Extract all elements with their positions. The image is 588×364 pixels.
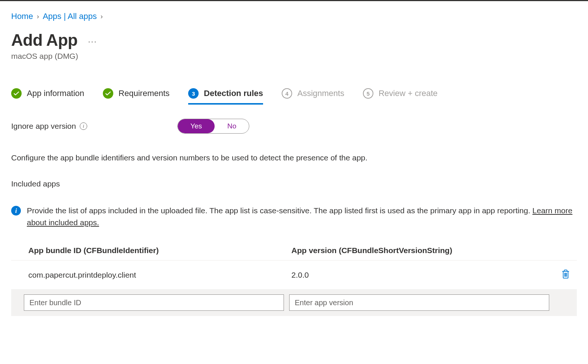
included-apps-table: App bundle ID (CFBundleIdentifier) App v… bbox=[11, 246, 577, 316]
app-version-input[interactable] bbox=[289, 294, 549, 311]
chevron-right-icon: › bbox=[101, 13, 103, 20]
info-banner: i Provide the list of apps included in t… bbox=[11, 205, 577, 228]
tab-requirements[interactable]: Requirements bbox=[103, 88, 170, 103]
step-number-icon: 4 bbox=[282, 88, 292, 99]
step-number-icon: 3 bbox=[188, 88, 199, 99]
toggle-no[interactable]: No bbox=[215, 119, 249, 133]
wizard-tabs: App information Requirements 3 Detection… bbox=[11, 87, 577, 104]
check-icon bbox=[103, 88, 113, 99]
page-title: Add App bbox=[11, 31, 78, 50]
tab-label: Requirements bbox=[118, 89, 170, 98]
detection-description: Configure the app bundle identifiers and… bbox=[11, 152, 577, 163]
check-icon bbox=[11, 88, 22, 99]
ignore-app-version-toggle[interactable]: Yes No bbox=[177, 119, 249, 134]
info-icon[interactable]: i bbox=[80, 122, 87, 130]
col-header-bundle-id: App bundle ID (CFBundleIdentifier) bbox=[28, 246, 291, 255]
page-subtitle: macOS app (DMG) bbox=[11, 52, 577, 61]
info-icon: i bbox=[11, 206, 21, 215]
delete-row-button[interactable] bbox=[560, 268, 571, 282]
step-number-icon: 5 bbox=[363, 88, 373, 99]
more-actions-button[interactable]: ··· bbox=[88, 37, 97, 47]
breadcrumb-apps[interactable]: Apps | All apps bbox=[43, 12, 97, 21]
tab-review-create[interactable]: 5 Review + create bbox=[363, 88, 437, 103]
table-row: com.papercut.printdeploy.client 2.0.0 bbox=[11, 261, 577, 289]
info-banner-text: Provide the list of apps included in the… bbox=[27, 206, 530, 215]
tab-label: Detection rules bbox=[204, 89, 263, 98]
breadcrumb-home[interactable]: Home bbox=[11, 12, 33, 21]
bundle-id-input[interactable] bbox=[24, 294, 284, 311]
tab-label: Review + create bbox=[379, 89, 437, 98]
toggle-yes[interactable]: Yes bbox=[178, 119, 215, 133]
tab-assignments[interactable]: 4 Assignments bbox=[282, 88, 344, 103]
tab-label: App information bbox=[27, 89, 84, 98]
included-apps-heading: Included apps bbox=[11, 179, 577, 188]
trash-icon bbox=[562, 275, 570, 280]
tab-app-information[interactable]: App information bbox=[11, 88, 84, 103]
ignore-app-version-label: Ignore app version bbox=[11, 122, 76, 131]
new-row-inputs bbox=[11, 289, 577, 316]
cell-app-version: 2.0.0 bbox=[291, 271, 554, 280]
cell-bundle-id: com.papercut.printdeploy.client bbox=[28, 271, 291, 280]
tab-detection-rules[interactable]: 3 Detection rules bbox=[188, 88, 263, 105]
col-header-app-version: App version (CFBundleShortVersionString) bbox=[291, 246, 554, 255]
breadcrumb: Home › Apps | All apps › bbox=[11, 12, 577, 21]
chevron-right-icon: › bbox=[37, 13, 39, 20]
tab-label: Assignments bbox=[297, 89, 344, 98]
